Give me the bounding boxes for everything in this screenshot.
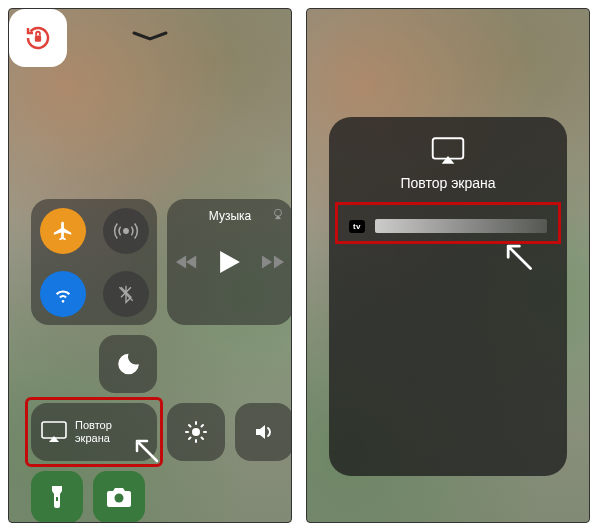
orientation-lock-toggle[interactable] <box>9 9 67 67</box>
connectivity-group <box>31 199 157 325</box>
svg-point-5 <box>192 428 200 436</box>
do-not-disturb-toggle[interactable] <box>99 335 157 393</box>
control-center-screen: Музыка Повтор экрана <box>8 8 292 523</box>
device-name-redacted <box>375 219 547 233</box>
svg-point-15 <box>115 494 124 503</box>
svg-rect-14 <box>56 497 58 501</box>
svg-line-12 <box>189 438 191 440</box>
annotation-arrow-icon <box>127 431 161 465</box>
bluetooth-toggle[interactable] <box>103 271 149 317</box>
airplay-audio-icon <box>271 207 285 221</box>
wifi-toggle[interactable] <box>40 271 86 317</box>
svg-point-0 <box>123 228 127 232</box>
volume-control[interactable] <box>235 403 292 461</box>
svg-rect-4 <box>42 422 66 438</box>
music-widget[interactable]: Музыка <box>167 199 292 325</box>
screen-mirroring-label: Повтор экрана <box>75 419 112 444</box>
chevron-down-icon[interactable] <box>132 31 168 41</box>
music-title: Музыка <box>177 209 283 223</box>
rewind-icon[interactable] <box>176 253 198 271</box>
apple-tv-icon: tv <box>349 220 365 233</box>
svg-line-13 <box>202 425 204 427</box>
svg-rect-3 <box>35 36 41 42</box>
svg-line-11 <box>202 438 204 440</box>
play-icon[interactable] <box>220 251 240 273</box>
cellular-data-toggle[interactable] <box>103 208 149 254</box>
svg-rect-16 <box>433 138 464 158</box>
screen-mirroring-icon <box>431 137 465 165</box>
screen-mirroring-modal: Повтор экрана tv <box>329 117 567 476</box>
mirroring-picker-screen: Повтор экрана tv <box>306 8 590 523</box>
annotation-arrow-icon <box>497 235 535 273</box>
flashlight-button[interactable] <box>31 471 83 523</box>
screen-mirroring-icon <box>41 421 67 443</box>
svg-line-10 <box>189 425 191 427</box>
forward-icon[interactable] <box>262 253 284 271</box>
camera-button[interactable] <box>93 471 145 523</box>
brightness-control[interactable] <box>167 403 225 461</box>
modal-title: Повтор экрана <box>400 175 495 191</box>
airplane-mode-toggle[interactable] <box>40 208 86 254</box>
